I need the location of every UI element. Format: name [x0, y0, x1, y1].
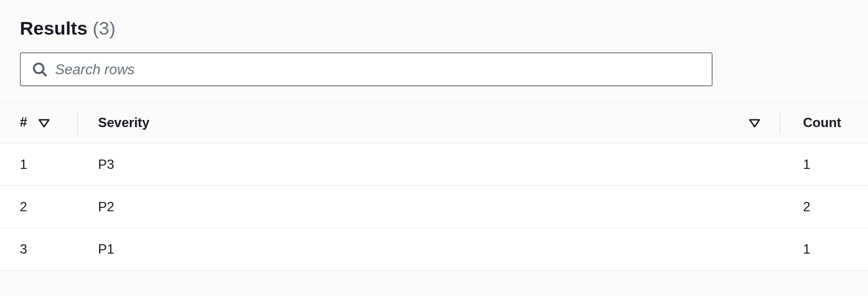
column-header-count-label: Count — [803, 115, 841, 130]
column-header-index[interactable]: # — [0, 102, 77, 144]
cell-index: 1 — [0, 143, 77, 185]
column-header-index-label: # — [20, 114, 27, 129]
results-title: Results (3) — [20, 18, 848, 39]
search-icon — [32, 62, 47, 77]
results-count: (3) — [93, 18, 116, 39]
search-input[interactable] — [55, 61, 701, 78]
svg-line-1 — [42, 72, 46, 76]
column-header-severity-label: Severity — [98, 115, 149, 130]
table-row[interactable]: 2 P2 2 — [0, 185, 868, 228]
filter-icon[interactable] — [39, 116, 50, 131]
table-body: 1 P3 1 2 P2 2 3 P1 1 — [0, 143, 868, 270]
results-title-text: Results — [20, 18, 88, 39]
column-header-severity[interactable]: Severity — [77, 102, 741, 144]
results-table: # Severity Count — [0, 102, 868, 271]
table-row[interactable]: 3 P1 1 — [0, 228, 868, 270]
table-header: # Severity Count — [0, 102, 868, 144]
search-wrapper — [0, 52, 733, 102]
cell-count: 2 — [780, 185, 868, 228]
cell-count: 1 — [780, 228, 868, 270]
svg-point-0 — [34, 64, 44, 74]
cell-index: 3 — [0, 228, 77, 270]
cell-severity: P2 — [77, 185, 741, 228]
results-panel: Results (3) # — [0, 0, 868, 271]
column-header-count[interactable]: Count — [780, 102, 868, 144]
cell-severity: P1 — [77, 228, 741, 270]
cell-count: 1 — [780, 143, 868, 185]
cell-index: 2 — [0, 185, 77, 228]
filter-icon[interactable] — [749, 116, 760, 131]
results-header: Results (3) — [0, 18, 868, 52]
cell-severity: P3 — [77, 143, 741, 185]
table-row[interactable]: 1 P3 1 — [0, 143, 868, 185]
search-box[interactable] — [20, 52, 713, 86]
column-header-severity-filter[interactable] — [741, 102, 780, 144]
